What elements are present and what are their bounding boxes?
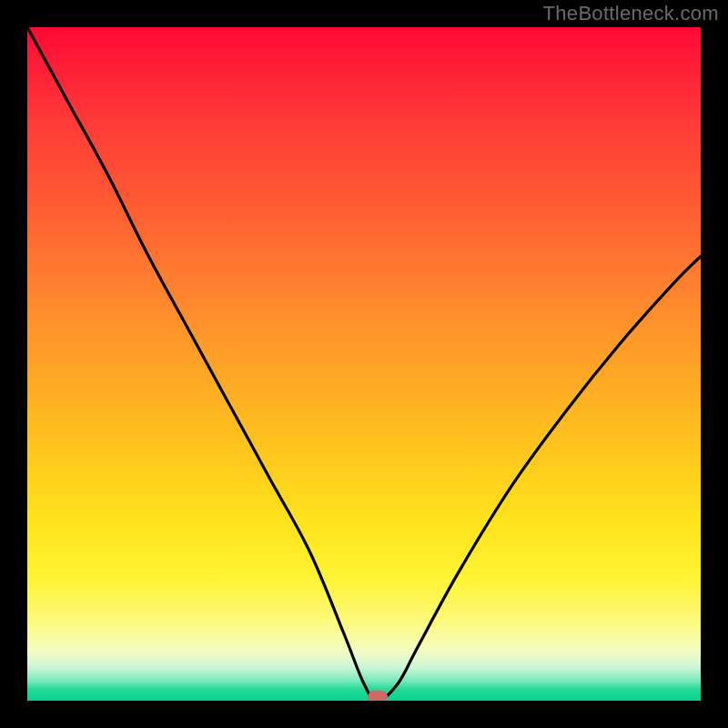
- watermark-text: TheBottleneck.com: [543, 2, 719, 25]
- chart-frame: TheBottleneck.com: [0, 0, 728, 728]
- plot-area: [27, 27, 701, 701]
- curve-path: [27, 27, 701, 701]
- optimum-marker: [368, 691, 388, 701]
- bottleneck-curve: [27, 27, 701, 701]
